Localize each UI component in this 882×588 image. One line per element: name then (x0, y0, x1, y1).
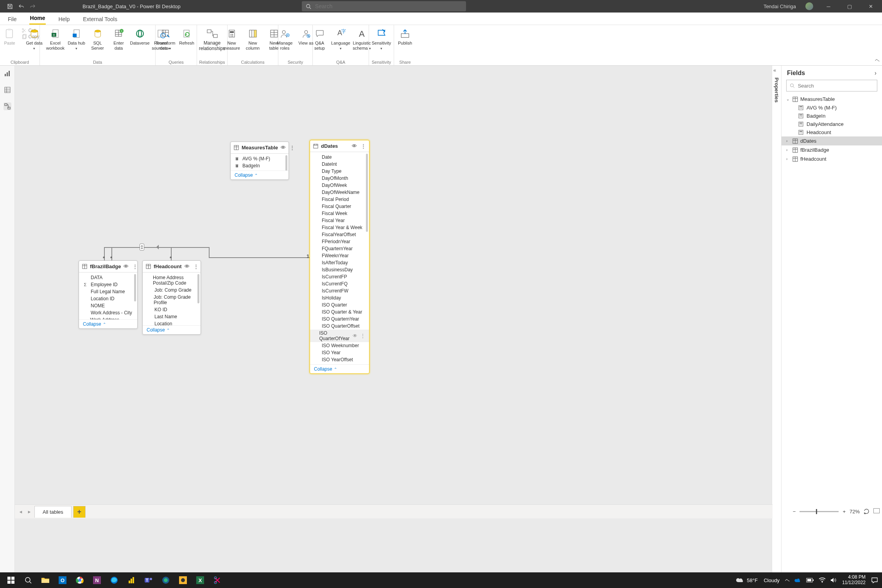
relationship-pill[interactable] (140, 244, 144, 251)
card-ddates[interactable]: dDates 👁⋮ DateDateIntDay TypeDayOfMonthD… (310, 140, 369, 374)
app-icon[interactable] (174, 572, 192, 588)
field-row[interactable]: Work Address - City (79, 309, 137, 316)
field-row[interactable]: IsAfterToday (310, 259, 369, 266)
field-row[interactable]: Home Address Postal/Zip Code (143, 274, 201, 287)
field-row[interactable]: Work Address - Country (79, 316, 137, 319)
redo-icon[interactable] (30, 4, 36, 9)
fit-to-page-icon[interactable] (873, 508, 880, 514)
expand-icon[interactable]: › (786, 157, 790, 161)
collapse-button[interactable]: Collapse⌃ (79, 319, 137, 328)
field-row[interactable]: DateInt (310, 161, 369, 168)
maximize-button[interactable]: ▢ (844, 4, 855, 9)
battery-icon[interactable] (806, 578, 814, 583)
webex-icon[interactable] (157, 572, 174, 588)
tray-expand-icon[interactable]: ヘ (785, 577, 790, 584)
zoom-reset-icon[interactable] (864, 509, 869, 514)
card-measurestable[interactable]: MeasuresTable 👁⋮ 🖩AVG % (M-F)🖩BadgeIn🖩Da… (230, 142, 289, 180)
fields-field[interactable]: DailyAttendance (782, 120, 882, 128)
menu-external-tools[interactable]: External Tools (82, 14, 118, 25)
field-row[interactable]: KO ID (143, 306, 201, 313)
collapse-button[interactable]: Collapse⌃ (310, 364, 369, 373)
field-row[interactable]: FQuarternYear (310, 245, 369, 252)
visibility-icon[interactable]: 👁 (124, 264, 129, 269)
manage-relationships-button[interactable]: Manage relationships (199, 27, 226, 52)
field-row[interactable]: Fiscal Year & Week (310, 224, 369, 231)
collapse-button[interactable]: Collapse⌃ (231, 170, 289, 179)
language-button[interactable]: A字Language▾ (332, 27, 350, 50)
transform-data-button[interactable]: Transform data ▾ (156, 27, 175, 50)
global-search-input[interactable] (315, 3, 462, 9)
file-explorer-icon[interactable] (37, 572, 54, 588)
data-view-button[interactable] (4, 86, 11, 94)
ribbon-collapse-button[interactable]: ヘ (875, 57, 880, 64)
expand-properties-icon[interactable]: « (773, 67, 776, 73)
field-row[interactable]: Location (143, 320, 201, 325)
field-row[interactable]: DayOfWeek (310, 182, 369, 189)
model-canvas[interactable]: * * * 1 MeasuresTable 👁⋮ 🖩AVG % (M-F)🖩Ba… (15, 66, 772, 572)
outlook-icon[interactable]: O (54, 572, 71, 588)
row-menu-icon[interactable]: ⋮ (360, 333, 365, 339)
fields-table-measurestable[interactable]: ⌄MeasuresTable (782, 95, 882, 104)
field-row[interactable]: Fiscal Period (310, 196, 369, 203)
fields-table-ddates[interactable]: ›dDates (782, 136, 882, 145)
visibility-icon[interactable]: 👁 (353, 333, 357, 339)
sensitivity-button[interactable]: Sensitivity▾ (372, 27, 391, 50)
weather-widget[interactable]: 58°F Cloudy (736, 577, 780, 584)
model-view-button[interactable] (4, 102, 11, 110)
fields-field[interactable]: AVG % (M-F) (782, 104, 882, 112)
visibility-icon[interactable]: 👁 (185, 264, 190, 269)
field-row[interactable]: 🖩AVG % (M-F) (231, 155, 289, 162)
field-row[interactable]: ISO Year (310, 349, 369, 356)
field-row[interactable]: ISO QuarterOffset (310, 323, 369, 330)
user-avatar[interactable] (805, 2, 813, 10)
qna-setup-button[interactable]: Q&A setup (310, 27, 329, 50)
new-column-button[interactable]: New column (244, 27, 262, 50)
field-row[interactable]: Full Legal Name (79, 288, 137, 295)
tab-add[interactable]: + (73, 506, 86, 518)
field-row[interactable]: FPeriodnYear (310, 238, 369, 245)
minimize-button[interactable]: ─ (823, 4, 834, 9)
card-fbrazilbadge[interactable]: fBrazilBadge 👁⋮ DATAΣEmployee IDFull Leg… (79, 260, 138, 329)
field-row[interactable]: Fiscal Week (310, 210, 369, 217)
tab-next[interactable]: ► (26, 509, 33, 514)
field-row[interactable]: ΣEmployee ID (79, 281, 137, 288)
teams-icon[interactable]: T (140, 572, 157, 588)
manage-roles-button[interactable]: Manage roles (276, 27, 294, 50)
new-measure-button[interactable]: New measure (222, 27, 241, 50)
snip-icon[interactable] (209, 572, 226, 588)
sql-server-button[interactable]: SQL Server (88, 27, 107, 50)
field-row[interactable]: ISO QuarternYear (310, 316, 369, 323)
field-row[interactable]: Job: Comp Grade (143, 287, 201, 294)
field-row[interactable]: Fiscal Year (310, 217, 369, 224)
field-row[interactable]: IsHoliday (310, 294, 369, 301)
field-row[interactable]: 🖩DailyAttendance (231, 169, 289, 170)
linguistic-schema-button[interactable]: ALinguistic schema ▾ (353, 27, 371, 50)
edge-icon[interactable] (106, 572, 123, 588)
expand-icon[interactable]: › (786, 139, 790, 143)
enter-data-button[interactable]: +Enter data (109, 27, 128, 50)
notifications-icon[interactable] (871, 577, 878, 583)
field-row[interactable]: Last Name (143, 313, 201, 320)
card-fheadcount[interactable]: fHeadcount 👁⋮ Home Address Postal/Zip Co… (142, 260, 201, 335)
onenote-icon[interactable]: N (88, 572, 106, 588)
zoom-in[interactable]: + (843, 509, 846, 514)
menu-home[interactable]: Home (29, 13, 46, 25)
dataverse-button[interactable]: Dataverse (131, 27, 149, 46)
field-row[interactable]: ISO YearOffset (310, 356, 369, 363)
field-row[interactable]: 🖩BadgeIn (231, 162, 289, 169)
menu-file[interactable]: File (7, 14, 18, 25)
field-row[interactable]: Day Type (310, 168, 369, 175)
visibility-icon[interactable]: 👁 (352, 143, 357, 149)
field-row[interactable]: NOME (79, 302, 137, 309)
expand-icon[interactable]: › (786, 148, 790, 152)
card-menu-icon[interactable]: ⋮ (361, 143, 366, 149)
search-button[interactable] (20, 572, 37, 588)
fields-field[interactable]: BadgeIn (782, 112, 882, 120)
field-row[interactable]: IsPFYTD (310, 363, 369, 364)
chrome-icon[interactable] (71, 572, 88, 588)
field-row[interactable]: ISO QuarterOfYear👁⋮ (310, 330, 369, 342)
save-icon[interactable] (7, 4, 13, 9)
field-row[interactable]: DATA (79, 274, 137, 281)
wifi-icon[interactable] (819, 577, 826, 583)
report-view-button[interactable] (4, 70, 11, 77)
